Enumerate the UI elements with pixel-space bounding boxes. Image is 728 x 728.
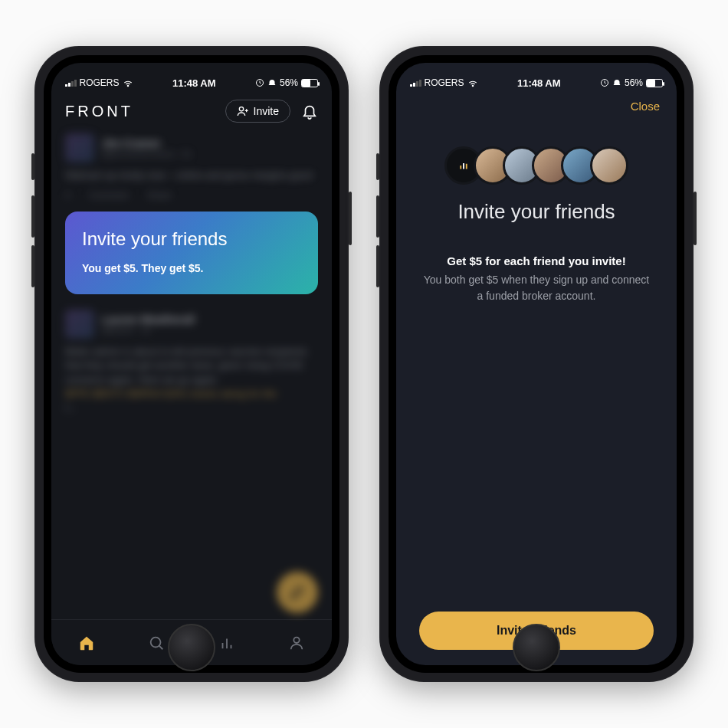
invite-button-label: Invite xyxy=(254,105,279,117)
friend-avatar xyxy=(590,146,628,185)
feed[interactable]: Jim Cramer @jimcramercontent · 5h Walmar… xyxy=(51,133,332,619)
wifi-icon xyxy=(467,77,478,88)
tab-home-icon[interactable] xyxy=(78,635,95,651)
avatar-stack xyxy=(444,146,628,185)
tab-search-icon[interactable] xyxy=(148,635,165,651)
status-time: 11:48 AM xyxy=(172,77,216,89)
feed-post[interactable]: Jim Cramer @jimcramercontent · 5h Walmar… xyxy=(65,133,318,201)
phone-frame-1: ROGERS 11:48 AM 56% FRONT Invite xyxy=(34,46,349,682)
invite-title: Invite your friends xyxy=(457,200,615,224)
status-time: 11:48 AM xyxy=(517,77,561,89)
orientation-lock-icon xyxy=(255,78,264,87)
app-header: FRONT Invite xyxy=(51,93,332,133)
post-body: Biden admin is about to tell previous va… xyxy=(65,345,318,415)
notifications-icon[interactable] xyxy=(301,103,318,120)
svg-point-0 xyxy=(127,85,128,86)
phone-frame-2: ROGERS 11:48 AM 56% Close xyxy=(379,46,694,682)
status-bar: ROGERS 11:48 AM 56% xyxy=(51,63,332,93)
orientation-lock-icon xyxy=(600,78,609,87)
compose-fab[interactable] xyxy=(277,572,318,613)
app-logo: FRONT xyxy=(65,103,133,120)
alarm-icon xyxy=(267,78,277,87)
tab-chart-icon[interactable] xyxy=(218,635,235,651)
invite-lead: Get $5 for each friend you invite! xyxy=(447,254,625,267)
invite-button[interactable]: Invite xyxy=(225,100,290,123)
vote-count[interactable]: 4 xyxy=(65,190,71,201)
post-body: Walmart up nicely now – online and gross… xyxy=(65,169,318,182)
close-link[interactable]: Close xyxy=(631,100,660,113)
invite-card-title: Invite your friends xyxy=(82,228,301,250)
battery-pct: 56% xyxy=(280,77,298,88)
invite-card-sub: You get $5. They get $5. xyxy=(82,262,301,274)
invite-desc: You both get $5 when they sign up and co… xyxy=(419,272,654,304)
alarm-icon xyxy=(612,78,621,87)
carrier-label: ROGERS xyxy=(80,77,120,88)
signal-icon xyxy=(410,79,421,87)
home-button[interactable] xyxy=(168,624,215,671)
battery-pct: 56% xyxy=(625,77,643,88)
avatar xyxy=(65,310,94,339)
battery-icon xyxy=(646,79,663,87)
post-meta: @lauren · 1d xyxy=(102,326,195,335)
post-author: Jim Cramer xyxy=(102,137,192,149)
share-action[interactable]: Share xyxy=(147,190,172,201)
invite-page: Invite your friends Get $5 for each frie… xyxy=(396,116,677,665)
status-bar: ROGERS 11:48 AM 56% xyxy=(396,63,677,93)
bars-icon xyxy=(457,159,471,172)
avatar xyxy=(65,133,94,162)
battery-icon xyxy=(301,79,318,87)
post-author: Lauren Weatherall xyxy=(102,313,195,326)
wifi-icon xyxy=(123,77,133,88)
invite-card[interactable]: Invite your friends You get $5. They get… xyxy=(65,212,318,294)
svg-point-3 xyxy=(151,637,161,647)
post-meta: @jimcramercontent · 5h xyxy=(102,149,192,159)
svg-point-4 xyxy=(294,637,300,642)
pencil-icon xyxy=(288,583,307,602)
home-button[interactable] xyxy=(513,624,560,671)
post-actions: 4 Comment Share xyxy=(65,190,318,201)
tab-profile-icon[interactable] xyxy=(288,635,305,651)
svg-point-5 xyxy=(472,85,473,86)
comment-action[interactable]: Comment xyxy=(89,190,129,201)
carrier-label: ROGERS xyxy=(425,77,464,88)
signal-icon xyxy=(65,79,77,87)
feed-post[interactable]: Lauren Weatherall @lauren · 1d Biden adm… xyxy=(65,310,318,415)
svg-point-2 xyxy=(239,107,243,111)
person-plus-icon xyxy=(237,105,249,117)
